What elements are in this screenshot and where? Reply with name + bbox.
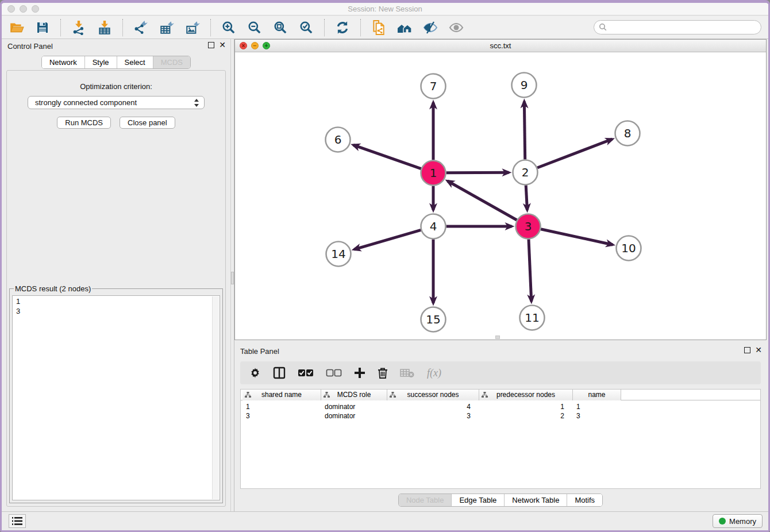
table-row[interactable]: 1dominator411 (241, 402, 760, 411)
zoom-in-icon[interactable] (221, 20, 237, 36)
network-canvas[interactable]: 7968124314101511 (235, 52, 766, 340)
apply-function-icon[interactable]: f(x) (427, 367, 441, 379)
graph-node-8[interactable]: 8 (615, 121, 640, 146)
close-table-panel-icon[interactable]: ✕ (755, 347, 762, 353)
import-network-icon[interactable] (71, 20, 87, 36)
memory-button[interactable]: Memory (713, 514, 763, 528)
table-row[interactable]: 3dominator323 (241, 411, 760, 421)
graph-node-2[interactable]: 2 (513, 160, 538, 185)
table-cell[interactable]: 3 (573, 411, 621, 421)
tab-network[interactable]: Network (42, 56, 84, 68)
zoom-out-icon[interactable] (247, 20, 263, 36)
copy-network-icon[interactable] (371, 20, 387, 36)
add-column-icon[interactable] (354, 367, 365, 379)
show-hide-icon[interactable] (448, 20, 464, 36)
node-label: 14 (331, 247, 345, 261)
toolbar-separator (210, 19, 211, 36)
refresh-icon[interactable] (334, 20, 351, 36)
close-panel-button[interactable]: Close panel (120, 117, 175, 129)
column-header-MCDS-role[interactable]: MCDS role (321, 390, 387, 400)
delete-table-icon[interactable] (400, 368, 415, 378)
task-history-button[interactable] (9, 514, 26, 528)
graph-edge-2-9[interactable] (524, 101, 525, 159)
tab-mcds[interactable]: MCDS (153, 56, 190, 68)
window-title: Session: New Session (2, 5, 768, 13)
export-network-icon[interactable] (133, 20, 149, 36)
tab-motifs[interactable]: Motifs (567, 494, 602, 506)
main-toolbar (2, 16, 768, 39)
table-cell[interactable]: 3 (242, 411, 321, 421)
float-panel-icon[interactable] (208, 42, 214, 48)
tab-node-table[interactable]: Node Table (399, 494, 452, 506)
table-cell[interactable]: 3 (387, 411, 479, 421)
import-table-icon[interactable] (97, 20, 113, 36)
graph-edge-1-2[interactable] (446, 172, 509, 173)
run-mcds-button[interactable]: Run MCDS (57, 117, 111, 129)
mcds-result-text[interactable]: 13 (12, 295, 220, 500)
tab-network-table[interactable]: Network Table (504, 494, 567, 506)
open-file-icon[interactable] (9, 20, 25, 36)
column-header-name[interactable]: name (573, 390, 621, 400)
title-bar: Session: New Session (2, 3, 768, 16)
show-columns-icon[interactable] (273, 367, 286, 379)
criterion-value: strongly connected component (35, 98, 137, 107)
panel-splitter[interactable] (230, 39, 234, 511)
close-panel-icon[interactable]: ✕ (219, 42, 226, 48)
mcds-result-title: MCDS result (2 nodes) (14, 284, 92, 293)
export-table-icon[interactable] (159, 20, 175, 36)
deselect-all-columns-icon[interactable] (326, 368, 342, 377)
canvas-resize-handle[interactable] (495, 336, 500, 339)
tab-style[interactable]: Style (84, 56, 117, 68)
toggle-visibility-icon[interactable] (422, 20, 438, 36)
table-cell[interactable]: 4 (387, 402, 479, 411)
table-cell[interactable]: 2 (479, 411, 573, 421)
result-scrollbar[interactable] (212, 296, 219, 499)
node-label: 4 (430, 219, 437, 233)
graph-node-3[interactable]: 3 (516, 214, 541, 239)
table-header-row: shared nameMCDS rolesuccessor nodesprede… (241, 390, 760, 400)
graph-node-10[interactable]: 10 (617, 236, 641, 261)
table-cell[interactable]: dominator (321, 411, 387, 421)
search-input[interactable] (594, 20, 761, 34)
table-cell[interactable]: 1 (479, 402, 573, 411)
zoom-fit-icon[interactable] (272, 20, 288, 36)
graph-edge-3-1[interactable] (448, 181, 517, 220)
column-header-shared-name[interactable]: shared name (242, 390, 321, 400)
splitter-handle[interactable] (231, 272, 234, 284)
home-icon[interactable] (396, 20, 413, 36)
graph-edge-2-3[interactable] (526, 185, 527, 210)
graph-edge-3-11[interactable] (529, 239, 532, 301)
column-header-predecessor-nodes[interactable]: predecessor nodes (479, 390, 573, 400)
graph-node-14[interactable]: 14 (326, 242, 351, 267)
control-panel: Control Panel ✕ NetworkStyleSelectMCDS O… (2, 39, 230, 511)
save-session-icon[interactable] (34, 20, 51, 36)
export-image-icon[interactable] (184, 20, 201, 36)
graph-node-1[interactable]: 1 (421, 161, 446, 186)
criterion-dropdown[interactable]: strongly connected component (28, 96, 205, 109)
graph-node-11[interactable]: 11 (520, 306, 545, 330)
table-cell[interactable]: 1 (573, 402, 621, 411)
tab-edge-table[interactable]: Edge Table (451, 494, 504, 506)
network-window-titlebar[interactable]: × − + scc.txt (235, 40, 766, 52)
table-cell[interactable]: 1 (242, 402, 321, 411)
graph-node-15[interactable]: 15 (421, 307, 446, 332)
graph-edge-1-6[interactable] (353, 145, 421, 168)
graph-node-6[interactable]: 6 (326, 128, 351, 152)
table-cell[interactable]: dominator (321, 402, 387, 411)
node-label: 7 (430, 79, 437, 93)
graph-node-4[interactable]: 4 (421, 214, 446, 239)
graph-edge-2-8[interactable] (537, 139, 612, 168)
select-all-columns-icon[interactable] (298, 368, 314, 377)
toolbar-separator (122, 19, 123, 36)
table-options-gear-icon[interactable] (249, 367, 261, 379)
zoom-selected-icon[interactable] (298, 20, 314, 36)
column-header-successor-nodes[interactable]: successor nodes (387, 390, 479, 400)
float-table-panel-icon[interactable] (744, 347, 750, 353)
tab-select[interactable]: Select (117, 56, 153, 68)
graph-edge-3-10[interactable] (541, 229, 613, 245)
graph-node-7[interactable]: 7 (421, 74, 446, 99)
graph-edge-4-14[interactable] (354, 230, 421, 249)
delete-column-icon[interactable] (378, 367, 388, 379)
node-label: 10 (621, 241, 636, 255)
graph-node-9[interactable]: 9 (512, 73, 537, 98)
